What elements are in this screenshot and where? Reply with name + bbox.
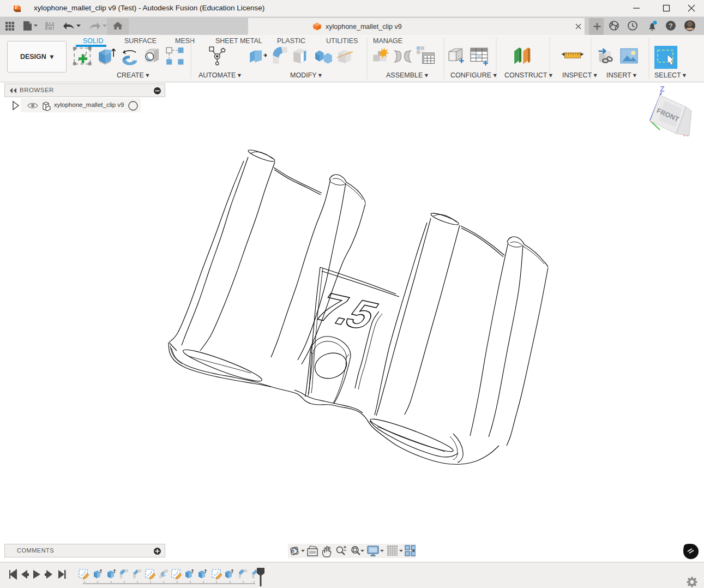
svg-text:Z: Z (660, 86, 665, 93)
svg-text:F: F (15, 5, 17, 10)
svg-text:?: ? (669, 22, 672, 30)
